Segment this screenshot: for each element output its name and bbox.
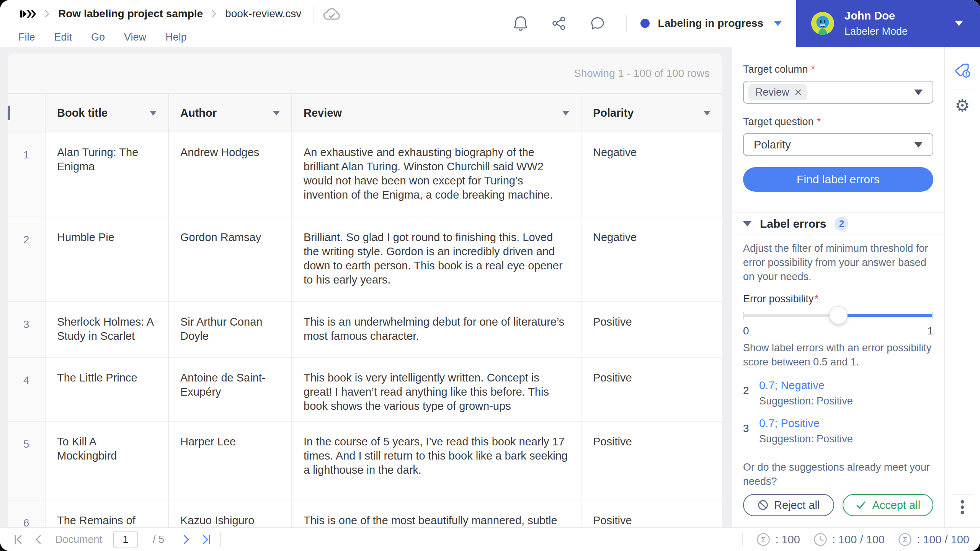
column-filter-icon[interactable] (562, 111, 569, 116)
menu-item-help[interactable]: Help (165, 31, 187, 43)
slider-track-left[interactable] (743, 314, 838, 317)
error-score-link[interactable]: 0.7; Negative (759, 379, 853, 392)
app-logo-icon[interactable] (20, 8, 36, 20)
menu-item-view[interactable]: View (124, 31, 146, 43)
cell-polarity: Positive (581, 500, 722, 527)
table-row[interactable]: 5 To Kill A Mockingbird Harper Lee In th… (8, 421, 722, 500)
reject-all-label: Reject all (774, 499, 820, 512)
label-errors-tool-icon[interactable] (954, 62, 971, 80)
column-header-review: Review (292, 94, 581, 132)
next-page-button[interactable] (180, 534, 192, 545)
cell-book-title: The Remains of The (45, 500, 168, 527)
ban-icon (757, 499, 769, 511)
target-column-select[interactable]: Review (743, 81, 933, 104)
error-suggestion: Suggestion: Positive (759, 395, 853, 407)
cell-polarity: Positive (581, 302, 722, 357)
column-filter-icon[interactable] (150, 111, 157, 116)
table-area: Showing 1 - 100 of 100 rows Book title A… (0, 47, 732, 527)
chip-label: Review (755, 86, 789, 98)
chip-remove-icon[interactable] (795, 89, 802, 96)
suggestions-question: Or do the suggestions already meet your … (743, 460, 933, 489)
menu-item-edit[interactable]: Edit (54, 31, 72, 43)
slider-range-labels: 0 1 (743, 325, 933, 337)
error-score-link[interactable]: 0.7; Positive (759, 417, 853, 430)
user-panel[interactable]: John Doe Labeler Mode (796, 0, 980, 47)
required-asterisk: * (811, 64, 815, 75)
last-page-button[interactable] (200, 534, 212, 545)
suggestion-actions: Reject all Accept all (743, 494, 933, 516)
user-name: John Doe (844, 10, 908, 22)
sum-icon: Σ (898, 532, 912, 547)
collapse-section-icon[interactable] (743, 221, 751, 227)
find-label-errors-button[interactable]: Find label errors (743, 167, 933, 192)
column-label: Review (304, 107, 342, 119)
more-options-kebab-icon[interactable] (961, 500, 964, 514)
slider-track-right[interactable] (838, 314, 934, 317)
bottom-bar: Document / 5 Σ : 100 : 100 / 100 Σ (0, 527, 980, 551)
target-question-select[interactable]: Polarity (743, 133, 933, 156)
settings-gear-icon[interactable]: ⚙ (955, 97, 970, 114)
rows-count-label: Showing 1 - 100 of 100 rows (574, 67, 710, 80)
cell-review: This book is very intelligently written.… (292, 357, 581, 421)
divider (742, 533, 743, 546)
selected-column-chip[interactable]: Review (748, 84, 807, 100)
select-dropdown-icon[interactable] (914, 142, 923, 148)
cell-review: An exhaustive and exhausting biography o… (292, 132, 581, 217)
content-area: Showing 1 - 100 of 100 rows Book title A… (0, 47, 980, 527)
divider (732, 235, 944, 235)
counter-value: : 100 / 100 (832, 533, 885, 546)
user-mode: Labeler Mode (844, 26, 908, 37)
slider-max-label: 1 (927, 325, 933, 337)
share-icon[interactable] (552, 16, 566, 31)
table-row[interactable]: 6 The Remains of The Kazuo Ishiguro This… (8, 500, 722, 527)
menu-bar: File Edit Go View Help (18, 28, 187, 47)
cell-author: Harper Lee (168, 421, 292, 500)
document-pagination: Document / 5 (13, 531, 221, 548)
menu-item-go[interactable]: Go (91, 31, 105, 43)
table-row[interactable]: 1 Alan Turing: The Enigma Andrew Hodges … (8, 132, 722, 217)
table-row[interactable]: 2 Humble Pie Gordon Ramsay Brilliant. So… (8, 217, 722, 302)
cell-review: In the course of 5 years, I’ve read this… (292, 421, 581, 500)
user-dropdown-icon[interactable] (955, 21, 963, 26)
menu-item-file[interactable]: File (18, 31, 35, 43)
column-label: Author (180, 107, 217, 119)
divider (220, 533, 221, 546)
chevron-right-icon (44, 10, 50, 18)
cell-book-title: Alan Turing: The Enigma (45, 132, 168, 217)
dataset-counters: Σ : 100 : 100 / 100 Σ : 100 / 100 (742, 532, 969, 547)
breadcrumb-project[interactable]: Row labeling project sample (58, 8, 203, 20)
select-dropdown-icon[interactable] (914, 90, 923, 95)
table-row[interactable]: 3 Sherlock Holmes: A Study in Scarlet Si… (8, 302, 722, 357)
select-value: Polarity (748, 139, 791, 151)
total-rows-counter: Σ : 100 (756, 532, 800, 547)
app-window: Row labeling project sample book-review.… (0, 0, 980, 551)
reject-all-button[interactable]: Reject all (743, 494, 834, 516)
select-all-checkbox[interactable] (8, 106, 10, 120)
cell-book-title: Sherlock Holmes: A Study in Scarlet (45, 302, 168, 357)
status-dropdown-icon[interactable] (774, 21, 782, 26)
cloud-saved-icon (323, 6, 341, 21)
threshold-description: Adjust the filter of minimum threshold f… (743, 241, 933, 284)
cell-review: Brilliant. So glad I got round to finish… (292, 217, 581, 302)
column-filter-icon[interactable] (273, 111, 280, 116)
chat-icon[interactable] (590, 16, 605, 31)
previous-page-button[interactable] (33, 534, 44, 545)
table-row[interactable]: 4 The Little Prince Antoine de Saint-Exu… (8, 357, 722, 421)
counter-value: : 100 (775, 533, 800, 546)
accept-all-button[interactable]: Accept all (843, 494, 934, 516)
cell-book-title: The Little Prince (45, 357, 168, 421)
first-page-button[interactable] (13, 534, 24, 545)
page-number-input[interactable] (113, 531, 138, 548)
table-header-row: Book title Author Review Polarity (8, 94, 722, 132)
check-icon (855, 499, 867, 511)
slider-max-tick (932, 312, 933, 319)
status-label[interactable]: Labeling in progress (658, 17, 763, 29)
cell-author: Gordon Ramsay (168, 217, 292, 302)
slider-handle[interactable] (829, 306, 848, 324)
error-possibility-slider[interactable] (743, 310, 933, 320)
divider (951, 90, 974, 90)
column-filter-icon[interactable] (704, 111, 710, 116)
column-header-author: Author (168, 94, 292, 132)
notifications-bell-icon[interactable] (513, 15, 528, 31)
section-title: Label errors (760, 217, 826, 230)
